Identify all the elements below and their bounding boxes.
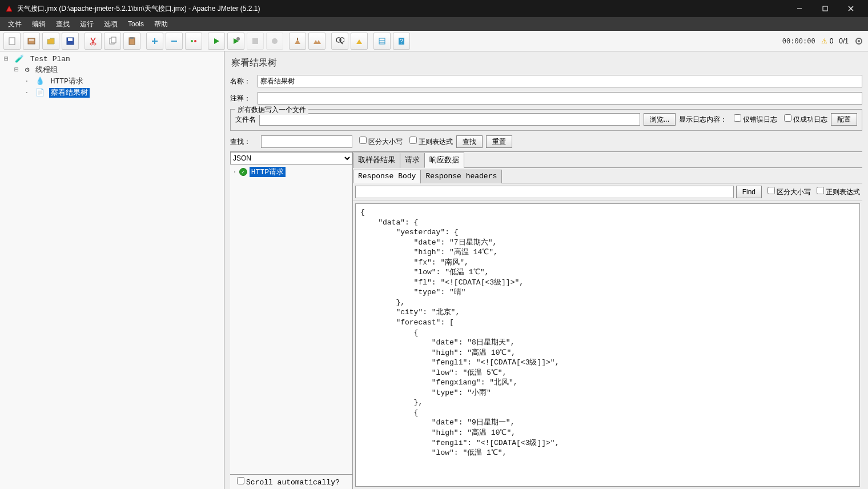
gear-icon[interactable] [854, 37, 863, 46]
svg-point-20 [236, 37, 240, 41]
new-button[interactable] [3, 33, 21, 50]
search-regex-checkbox[interactable]: 正则表达式 [406, 137, 453, 147]
save-button[interactable] [62, 33, 79, 50]
menu-bar: 文件 编辑 查找 运行 选项 Tools 帮助 [0, 17, 868, 31]
elapsed-time: 00:00:00 [782, 37, 815, 45]
tree-node-view-results-tree[interactable]: · 📄 察看结果树 [2, 87, 222, 98]
svg-rect-6 [29, 39, 34, 41]
search-label: 查找： [230, 137, 258, 147]
page-icon: 📄 [35, 89, 45, 97]
stop-button[interactable] [247, 33, 264, 50]
svg-rect-21 [252, 38, 258, 44]
search-button[interactable]: 查找 [456, 135, 483, 148]
warning-icon: ⚠ [821, 37, 827, 45]
pipette-icon: 💧 [35, 77, 45, 86]
svg-point-19 [194, 40, 196, 42]
function-helper-button[interactable] [373, 33, 391, 50]
menu-help[interactable]: 帮助 [150, 18, 172, 30]
success-icon: ✓ [239, 168, 247, 176]
tab-sampler-result[interactable]: 取样器结果 [353, 153, 400, 168]
toggle-button[interactable] [185, 33, 202, 50]
search-input[interactable] [261, 135, 352, 148]
scroll-auto-checkbox[interactable]: Scroll automatically? [234, 478, 340, 487]
response-body-text[interactable]: { "data": { "yesterday": { "date": "7日星期… [355, 203, 860, 487]
start-no-pause-button[interactable] [227, 33, 244, 50]
comment-input[interactable] [258, 92, 862, 105]
menu-edit[interactable]: 编辑 [27, 18, 50, 30]
fieldset-legend: 所有数据写入一个文件 [235, 105, 308, 115]
write-results-fieldset: 所有数据写入一个文件 文件名 浏览... 显示日志内容： 仅错误日志 仅成功日志… [230, 109, 862, 131]
warning-count: 0 [830, 37, 834, 45]
svg-rect-1 [823, 6, 827, 11]
menu-file[interactable]: 文件 [3, 18, 26, 30]
help-button[interactable]: ? [393, 33, 410, 50]
threads-count: 0/1 [839, 37, 849, 45]
find-regex-checkbox[interactable]: 正则表达式 [813, 187, 860, 197]
expand-button[interactable] [146, 33, 163, 50]
clear-button[interactable] [289, 33, 306, 50]
tree-node-test-plan[interactable]: ⊟ 🧪 Test Plan [2, 54, 222, 64]
svg-rect-8 [68, 38, 73, 41]
copy-button[interactable] [104, 33, 121, 50]
renderer-select[interactable]: JSON [230, 152, 352, 165]
configure-button[interactable]: 配置 [831, 113, 857, 126]
clear-all-button[interactable] [308, 33, 326, 50]
collapse-button[interactable] [166, 33, 183, 50]
svg-point-18 [191, 40, 193, 42]
name-input[interactable] [258, 75, 862, 87]
find-case-checkbox[interactable]: 区分大小写 [764, 187, 811, 197]
response-subtabs: Response Body Response headers [353, 168, 862, 183]
menu-options[interactable]: 选项 [99, 18, 122, 30]
svg-rect-27 [379, 38, 385, 44]
app-icon [5, 4, 14, 13]
toolbar: ? 00:00:00 ⚠ 0 0/1 [0, 31, 868, 51]
cut-button[interactable] [85, 33, 102, 50]
menu-search[interactable]: 查找 [51, 18, 74, 30]
reset-button[interactable]: 重置 [486, 135, 512, 148]
filename-label: 文件名 [235, 115, 256, 125]
svg-point-22 [272, 38, 278, 44]
svg-rect-12 [111, 37, 116, 43]
tab-response-data[interactable]: 响应数据 [424, 153, 464, 168]
result-item-http[interactable]: · ✓ HTTP请求 [232, 167, 350, 177]
svg-point-10 [94, 43, 96, 45]
only-success-checkbox[interactable]: 仅成功日志 [781, 114, 827, 125]
menu-run[interactable]: 运行 [75, 18, 98, 30]
svg-rect-4 [9, 38, 15, 45]
comment-label: 注释： [230, 94, 258, 103]
search-tree-button[interactable] [331, 33, 348, 50]
filename-input[interactable] [259, 113, 640, 126]
browse-button[interactable]: 浏览... [644, 113, 676, 126]
search-case-checkbox[interactable]: 区分大小写 [356, 137, 403, 147]
tab-request[interactable]: 请求 [400, 153, 425, 168]
subtab-response-headers[interactable]: Response headers [420, 170, 502, 183]
svg-rect-14 [130, 37, 134, 39]
detail-tabs: 取样器结果 请求 响应数据 [353, 152, 862, 168]
window-minimize-button[interactable] [786, 0, 812, 17]
find-input[interactable] [355, 186, 734, 198]
start-button[interactable] [208, 33, 225, 50]
paste-button[interactable] [123, 33, 140, 50]
only-error-checkbox[interactable]: 仅错误日志 [730, 114, 777, 125]
svg-text:?: ? [400, 38, 403, 45]
templates-button[interactable] [23, 33, 40, 50]
tree-node-http-request[interactable]: · 💧 HTTP请求 [2, 75, 222, 87]
test-plan-tree[interactable]: ⊟ 🧪 Test Plan ⊟ ⚙ 线程组 · 💧 HTTP请求 · 📄 察看结… [0, 51, 224, 489]
find-button[interactable]: Find [736, 186, 762, 198]
svg-point-9 [90, 43, 93, 45]
results-list[interactable]: · ✓ HTTP请求 [230, 165, 352, 474]
window-titlebar: 天气接口.jmx (D:\apache-jmeter-5.2.1\bin\天气接… [0, 0, 868, 17]
subtab-response-body[interactable]: Response Body [353, 170, 421, 183]
flask-icon: 🧪 [15, 55, 24, 63]
window-close-button[interactable] [838, 0, 863, 17]
reset-search-button[interactable] [351, 33, 368, 50]
gear-icon: ⚙ [25, 66, 30, 74]
svg-point-26 [340, 38, 344, 42]
shutdown-button[interactable] [266, 33, 283, 50]
name-label: 名称： [230, 77, 258, 86]
svg-rect-5 [28, 38, 35, 44]
menu-tools[interactable]: Tools [123, 19, 148, 29]
open-button[interactable] [42, 33, 59, 50]
tree-node-thread-group[interactable]: ⊟ ⚙ 线程组 [2, 64, 222, 75]
window-maximize-button[interactable] [812, 0, 838, 17]
